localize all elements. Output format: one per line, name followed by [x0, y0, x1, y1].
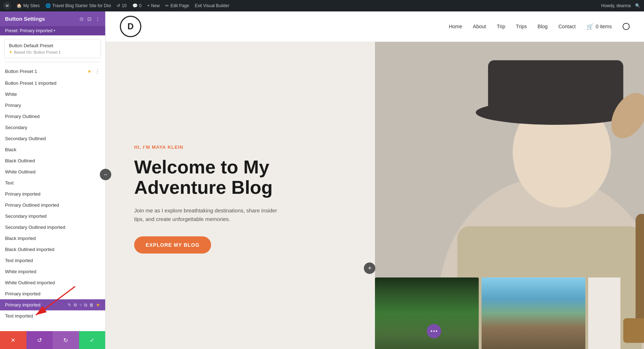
admin-bar-exit-visual-builder[interactable]: Exit Visual Builder [195, 3, 229, 8]
preset-item-text-imported-2[interactable]: Text imported [0, 310, 105, 321]
nav-trip[interactable]: Trip [497, 24, 505, 29]
default-preset-title: Button Default Preset [9, 43, 96, 48]
preset-item-primary-outlined[interactable]: Primary Outlined [0, 111, 105, 122]
photo-grid [375, 277, 620, 349]
preset-item-white-outlined[interactable]: White Outlined [0, 166, 105, 177]
preset-item-text[interactable]: Text [0, 177, 105, 188]
admin-bar-edit-page[interactable]: ✏ Edit Page [165, 3, 189, 8]
default-preset-sub: ★ Based On: Button Preset 1 [9, 50, 96, 54]
admin-bar: W 🏠 My Sites 🌐 Travel Blog Starter Site … [0, 0, 644, 11]
photo-waterfall [375, 277, 479, 349]
panel-header: Button Settings ⊙ ⊡ ⋮ [0, 11, 105, 26]
preset-edit-icon[interactable]: ✎ [68, 303, 71, 308]
redo-button[interactable]: ↻ [53, 331, 79, 349]
preset-item-primary-imported-above[interactable]: Primary imported [0, 288, 105, 299]
preset-item-white[interactable]: White [0, 89, 105, 100]
preset-item-primary-outlined-imported[interactable]: Primary Outlined imported [0, 200, 105, 211]
preset-item-secondary-outlined-imported[interactable]: Secondary Outlined imported [0, 222, 105, 233]
preset-fork-icon[interactable]: ⑂ [79, 303, 82, 308]
admin-bar-revisions[interactable]: ↺ 10 [117, 3, 126, 8]
wp-logo[interactable]: W [4, 2, 11, 9]
svg-rect-5 [488, 60, 623, 116]
nav-home[interactable]: Home [449, 24, 462, 29]
preset-item-secondary[interactable]: Secondary [0, 122, 105, 133]
star-icon: ★ [9, 50, 13, 54]
preset-item-white-imported[interactable]: White imported [0, 266, 105, 277]
photo-placeholder [588, 277, 620, 349]
site-header: D Home About Trip Trips Blog Contact 🛒 0… [106, 11, 644, 42]
hero-section: HI, I'M MAYA KLEIN Welcome to My Adventu… [106, 42, 644, 349]
dots-icon [431, 330, 437, 332]
panel-header-icons: ⊙ ⊡ ⋮ [79, 16, 100, 22]
preset-item-secondary-outlined[interactable]: Secondary Outlined [0, 133, 105, 144]
nav-trips[interactable]: Trips [516, 24, 527, 29]
cancel-button[interactable]: ✕ [0, 331, 26, 349]
hero-cta-button[interactable]: EXPLORE MY BLOG [134, 236, 211, 254]
preset-delete-icon[interactable]: 🗑 [89, 303, 94, 308]
preset-item-primary-imported-1[interactable]: Primary imported [0, 188, 105, 200]
preset-item-primary[interactable]: Primary [0, 100, 105, 111]
preset-menu-icon[interactable]: ⋮ [94, 68, 100, 75]
nav-contact[interactable]: Contact [558, 24, 576, 29]
preset-item-primary-imported-active[interactable]: Primary imported ✎ ⚙ ⑂ ⧉ 🗑 ★ [0, 299, 105, 310]
admin-bar-right: Howdy, deanna 🔍 [601, 3, 641, 8]
preset-gear-icon[interactable]: ⚙ [73, 303, 77, 308]
undo-button[interactable]: ↺ [26, 331, 53, 349]
divider [4, 62, 101, 62]
site-preview: D Home About Trip Trips Blog Contact 🛒 0… [106, 11, 644, 349]
admin-bar-search[interactable]: 🔍 [635, 3, 640, 8]
admin-bar-my-sites[interactable]: 🏠 My Sites [16, 3, 40, 8]
preset-item-black-outlined-imported[interactable]: Black Outlined imported [0, 244, 105, 255]
main-layout: Button Settings ⊙ ⊡ ⋮ Preset: Primary im… [0, 11, 644, 349]
panel-expand-icon[interactable]: ⊡ [87, 16, 92, 22]
site-nav: Home About Trip Trips Blog Contact 🛒 0 i… [449, 23, 630, 30]
panel-title: Button Settings [5, 16, 45, 22]
preset-item-text-imported-1[interactable]: Text imported [0, 255, 105, 266]
left-panel: Button Settings ⊙ ⊡ ⋮ Preset: Primary im… [0, 11, 106, 349]
preset-fav-icon[interactable]: ★ [96, 302, 100, 308]
more-options-button[interactable] [427, 324, 441, 338]
preset-item-secondary-imported[interactable]: Secondary imported [0, 211, 105, 222]
svg-rect-9 [623, 318, 644, 343]
photo-dock [482, 277, 585, 349]
presets-list: Button Preset 1 ★ ⋮ Button Preset 1 impo… [0, 65, 105, 349]
hero-title: Welcome to My Adventure Blog [134, 157, 353, 198]
preset-item-black[interactable]: Black [0, 144, 105, 155]
default-preset-box: Button Default Preset ★ Based On: Button… [4, 39, 101, 58]
admin-bar-new[interactable]: + New [147, 3, 160, 8]
preset-item-button-preset-1-imported[interactable]: Button Preset 1 imported [0, 78, 105, 89]
hero-description: Join me as I explore breathtaking destin… [134, 206, 277, 223]
preset-item-button-preset-1[interactable]: Button Preset 1 ★ ⋮ [0, 65, 105, 78]
admin-bar-comments[interactable]: 💬 0 [132, 3, 142, 8]
admin-bar-howdy[interactable]: Howdy, deanna [601, 3, 631, 8]
svg-rect-8 [635, 214, 644, 324]
preset-item-black-outlined[interactable]: Black Outlined [0, 155, 105, 166]
panel-settings-icon[interactable]: ⊙ [79, 16, 84, 22]
panel-menu-icon[interactable]: ⋮ [95, 16, 100, 22]
nav-cart[interactable]: 🛒 0 items [586, 23, 612, 30]
bottom-toolbar: ✕ ↺ ↻ ✓ [0, 331, 105, 349]
cart-icon: 🛒 [586, 23, 594, 30]
preset-star-icon: ★ [87, 69, 92, 74]
save-button[interactable]: ✓ [79, 331, 106, 349]
preset-item-black-imported[interactable]: Black imported [0, 233, 105, 244]
panel-toggle-button[interactable]: ↔ [100, 169, 111, 180]
hero-subtitle: HI, I'M MAYA KLEIN [134, 144, 353, 150]
site-logo: D [120, 16, 141, 37]
nav-about[interactable]: About [473, 24, 486, 29]
preset-copy-icon[interactable]: ⧉ [84, 303, 87, 308]
hero-left: HI, I'M MAYA KLEIN Welcome to My Adventu… [106, 42, 375, 349]
nav-search-icon[interactable] [623, 23, 630, 30]
preset-label: Preset: Primary imported • [0, 26, 105, 35]
preset-item-white-outlined-imported[interactable]: White Outlined imported [0, 277, 105, 288]
nav-blog[interactable]: Blog [538, 24, 548, 29]
admin-bar-site-name[interactable]: 🌐 Travel Blog Starter Site for Divi [45, 3, 111, 8]
